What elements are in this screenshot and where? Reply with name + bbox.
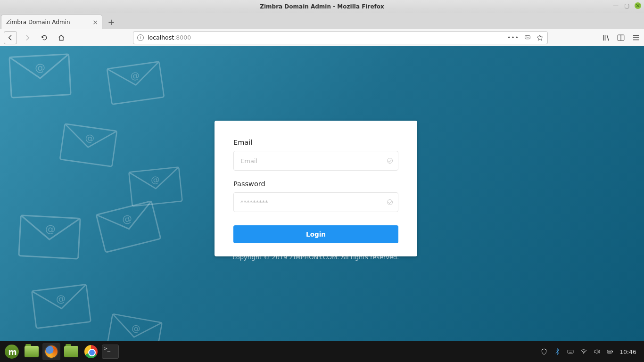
svg-text:@: @ — [45, 223, 56, 235]
battery-icon[interactable] — [606, 348, 614, 355]
window-title: Zimbra Domain Admin - Mozilla Firefox — [260, 3, 384, 10]
svg-rect-15 — [32, 285, 91, 329]
site-info-icon[interactable]: i — [137, 34, 144, 41]
bookmark-star-icon[interactable] — [536, 34, 544, 41]
login-card: Email Password Login — [215, 121, 417, 256]
copyright-text: copyright © 2019 ZIMPHONY.COM. All right… — [215, 254, 417, 261]
svg-rect-28 — [612, 351, 613, 353]
svg-rect-29 — [608, 351, 611, 353]
svg-point-26 — [583, 353, 584, 354]
svg-text:@: @ — [130, 70, 140, 82]
tab-zimbra-admin[interactable]: Zimbra Domain Admin × — [1, 15, 102, 29]
svg-rect-9 — [129, 167, 182, 206]
show-desktop-button[interactable] — [23, 343, 41, 360]
envelope-decoration: @ — [8, 53, 72, 99]
arrow-right-icon — [24, 34, 31, 41]
keyboard-icon[interactable] — [567, 348, 574, 355]
email-field[interactable] — [233, 151, 398, 171]
home-button[interactable] — [55, 31, 68, 44]
terminal-icon: >_ — [104, 346, 116, 358]
svg-text:@: @ — [121, 212, 133, 226]
envelope-decoration: @ — [128, 166, 183, 207]
taskbar: m >_ 10:46 — [0, 341, 644, 362]
envelope-decoration: @ — [31, 283, 91, 329]
shield-icon[interactable] — [540, 348, 548, 355]
minimize-icon[interactable]: — — [612, 2, 619, 9]
password-field[interactable] — [233, 192, 398, 212]
envelope-decoration: @ — [59, 123, 118, 167]
login-button[interactable]: Login — [233, 225, 398, 243]
page-actions-icon[interactable]: ••• — [507, 34, 519, 41]
folder-icon — [64, 346, 78, 357]
hamburger-menu-icon[interactable] — [632, 33, 640, 42]
wifi-icon[interactable] — [580, 348, 587, 355]
validate-icon — [387, 199, 393, 205]
svg-text:@: @ — [84, 132, 95, 144]
envelope-decoration: @ — [106, 313, 163, 341]
svg-rect-5 — [107, 62, 164, 105]
window-titlebar: Zimbra Domain Admin - Mozilla Firefox — … — [0, 0, 644, 13]
url-bar[interactable]: i localhost:8000 ••• — [133, 31, 548, 44]
forward-button[interactable] — [21, 31, 34, 44]
taskbar-firefox[interactable] — [42, 343, 60, 360]
url-port: :8000 — [174, 34, 191, 41]
envelope-decoration: @ — [106, 60, 165, 105]
password-label: Password — [233, 180, 398, 188]
firefox-icon — [44, 345, 58, 359]
svg-text:@: @ — [34, 61, 45, 74]
system-tray: 10:46 — [540, 348, 641, 355]
svg-rect-0 — [525, 35, 530, 39]
pocket-icon[interactable] — [524, 34, 531, 41]
new-tab-button[interactable]: + — [104, 15, 118, 29]
svg-text:m: m — [8, 347, 17, 357]
page-content: @ @ @ @ @ @ @ @ Email Password — [0, 46, 644, 341]
bluetooth-icon[interactable] — [553, 348, 561, 355]
tab-bar: Zimbra Domain Admin × + — [0, 13, 644, 29]
sidebar-icon[interactable] — [617, 33, 625, 42]
svg-text:@: @ — [55, 293, 66, 305]
mint-logo-icon: m — [6, 346, 18, 358]
svg-text:@: @ — [131, 322, 141, 334]
taskbar-terminal[interactable]: >_ — [102, 345, 119, 359]
taskbar-chrome[interactable] — [82, 343, 100, 360]
chrome-icon — [84, 345, 98, 358]
reload-button[interactable] — [38, 31, 51, 44]
tab-close-icon[interactable]: × — [92, 18, 98, 26]
close-icon[interactable] — [635, 2, 641, 9]
volume-icon[interactable] — [593, 348, 601, 355]
validate-icon — [387, 158, 393, 164]
arrow-left-icon — [7, 34, 14, 41]
maximize-icon[interactable]: ▢ — [623, 2, 631, 9]
library-icon[interactable] — [602, 33, 610, 42]
toolbar: i localhost:8000 ••• — [0, 29, 644, 46]
envelope-decoration: @ — [95, 200, 162, 254]
start-menu-button[interactable]: m — [3, 343, 21, 360]
taskbar-files[interactable] — [62, 343, 80, 360]
tab-title: Zimbra Domain Admin — [6, 19, 70, 25]
svg-text:@: @ — [150, 174, 160, 185]
svg-rect-13 — [96, 201, 161, 253]
envelope-decoration: @ — [18, 214, 82, 260]
email-label: Email — [233, 139, 398, 146]
back-button[interactable] — [4, 31, 17, 44]
svg-rect-7 — [60, 124, 117, 167]
url-host: localhost — [148, 34, 174, 41]
home-icon — [58, 34, 65, 41]
clock[interactable]: 10:46 — [619, 348, 636, 355]
svg-rect-20 — [568, 350, 573, 354]
reload-icon — [41, 34, 48, 41]
